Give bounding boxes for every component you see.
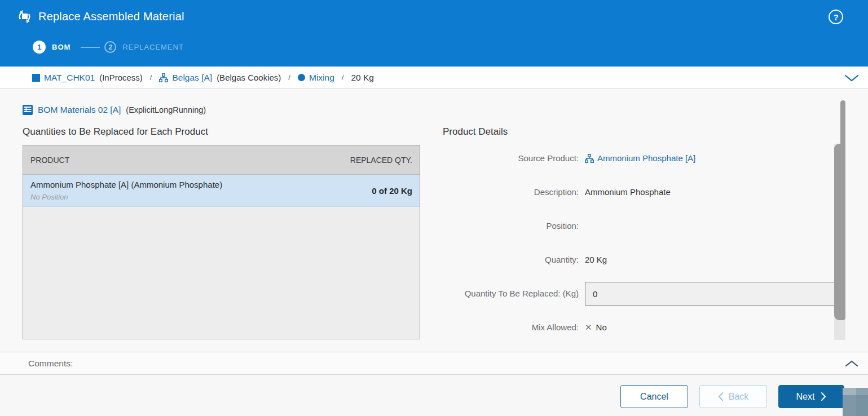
next-button[interactable]: Next <box>778 385 844 408</box>
breadcrumb: MAT_CHK01 (InProcess) / Belgas [A] (Belg… <box>0 67 868 89</box>
help-button[interactable]: ? <box>829 10 843 24</box>
source-product-link[interactable]: Ammonium Phosphate [A] <box>597 153 695 164</box>
quantity-label: Quantity: <box>443 254 579 265</box>
breadcrumb-order-link[interactable]: Belgas [A] <box>172 73 212 83</box>
bom-icon <box>585 154 594 163</box>
quantities-table: PRODUCT REPLACED QTY. Ammonium Phosphate… <box>23 145 420 339</box>
position-label: Position: <box>443 220 579 232</box>
breadcrumb-material-link[interactable]: MAT_CHK01 <box>44 73 95 83</box>
source-product-label: Source Product: <box>443 153 579 164</box>
breadcrumb-collapse-button[interactable] <box>843 71 860 85</box>
step-1-label: BOM <box>52 43 71 51</box>
cancel-button-label: Cancel <box>640 392 668 402</box>
chevron-left-icon <box>718 392 723 401</box>
back-button[interactable]: Back <box>699 385 767 408</box>
breadcrumb-quantity-text: 20 Kg <box>351 73 374 83</box>
order-description-text: (Belgas Cookies) <box>217 73 281 82</box>
help-icon: ? <box>833 12 838 22</box>
material-status-icon <box>32 74 40 82</box>
field-qty-to-replace: Quantity To Be Replaced: (Kg) <box>443 282 838 306</box>
bom-link[interactable]: BOM Materials 02 [A] <box>38 105 121 115</box>
replace-material-icon <box>17 9 32 24</box>
mix-allowed-label: Mix Allowed: <box>443 322 579 333</box>
chevron-down-icon <box>844 74 859 82</box>
field-quantity: Quantity: 20 Kg <box>443 254 838 265</box>
qty-to-replace-label: Quantity To Be Replaced: (Kg) <box>443 288 579 299</box>
field-description: Description: Ammonium Phosphate <box>443 187 838 198</box>
bom-list-icon <box>23 105 33 115</box>
qty-to-replace-input[interactable] <box>585 282 835 306</box>
header-title-row: Replace Assembled Material ? <box>17 8 857 25</box>
step-connector <box>81 47 100 48</box>
step-2-circle: 2 <box>104 41 116 53</box>
breadcrumb-separator: / <box>150 73 152 82</box>
bom-icon <box>159 73 168 82</box>
x-icon: ✕ <box>585 322 592 333</box>
operation-status-icon <box>298 74 305 81</box>
comments-collapse-button[interactable] <box>843 357 860 370</box>
wizard-steps: 1 BOM 2 REPLACEMENT <box>33 41 184 54</box>
app-header: Replace Assembled Material ? 1 BOM 2 REP… <box>0 0 868 67</box>
column-header-product: PRODUCT <box>30 156 69 165</box>
product-name-text: Ammonium Phosphate [A] (Ammonium Phospha… <box>30 179 222 191</box>
material-status-text: (InProcess) <box>99 73 143 82</box>
breadcrumb-operation-link[interactable]: Mixing <box>309 73 334 83</box>
breadcrumb-separator: / <box>288 73 290 82</box>
dialog-scrollbar-thumb[interactable] <box>840 100 845 320</box>
comments-section[interactable]: Comments: <box>0 352 868 375</box>
description-label: Description: <box>443 187 579 198</box>
product-position-text: No Position <box>30 192 222 202</box>
wizard-step-bom[interactable]: 1 BOM <box>33 41 71 54</box>
step-1-circle: 1 <box>33 41 46 54</box>
wizard-step-replacement[interactable]: 2 REPLACEMENT <box>104 41 184 53</box>
comments-label: Comments: <box>28 359 73 369</box>
table-row-product-cell: Ammonium Phosphate [A] (Ammonium Phospha… <box>30 179 222 202</box>
cancel-button[interactable]: Cancel <box>620 385 688 408</box>
table-row[interactable]: Ammonium Phosphate [A] (Ammonium Phospha… <box>23 175 420 207</box>
page-title: Replace Assembled Material <box>38 10 184 23</box>
product-details-title: Product Details <box>443 126 508 138</box>
replace-assembled-material-dialog: Replace Assembled Material ? 1 BOM 2 REP… <box>0 0 868 416</box>
chevron-up-icon <box>845 360 858 367</box>
footer-bar: Cancel Back Next <box>0 375 868 416</box>
screen-artifact <box>843 388 868 416</box>
chevron-right-icon <box>821 392 826 401</box>
next-button-label: Next <box>796 392 815 402</box>
main-content: BOM Materials 02 [A] (ExplicitLongRunnin… <box>0 89 868 352</box>
quantity-value: 20 Kg <box>585 254 607 265</box>
bom-suffix-text: (ExplicitLongRunning) <box>126 105 206 114</box>
replaced-qty-text: 0 of 20 Kg <box>372 186 412 196</box>
field-mix-allowed: Mix Allowed: ✕ No <box>443 322 838 333</box>
breadcrumb-separator: / <box>342 73 344 82</box>
step-2-label: REPLACEMENT <box>122 43 184 51</box>
field-source-product: Source Product: Ammonium Phosphate [A] <box>443 153 838 164</box>
quantities-section-title: Quantities to Be Replaced for Each Produ… <box>23 126 208 138</box>
bom-header-line: BOM Materials 02 [A] (ExplicitLongRunnin… <box>23 105 206 115</box>
column-header-replaced-qty: REPLACED QTY. <box>350 156 412 165</box>
field-position: Position: <box>443 220 838 232</box>
description-value: Ammonium Phosphate <box>585 187 671 198</box>
mix-allowed-value: No <box>596 322 607 333</box>
table-header-row: PRODUCT REPLACED QTY. <box>23 145 420 175</box>
back-button-label: Back <box>729 392 749 402</box>
